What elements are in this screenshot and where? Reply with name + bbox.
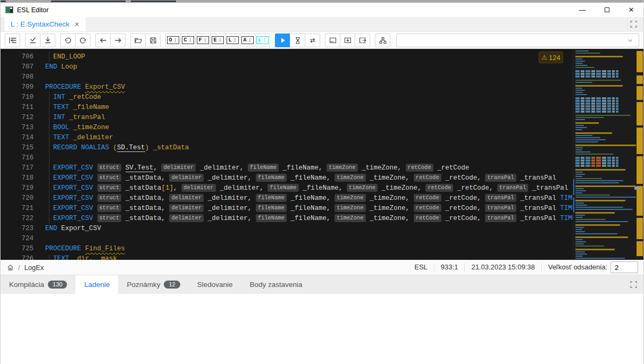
export-button[interactable] [355, 33, 370, 47]
code-token: _statData [153, 144, 189, 151]
param-hint-badge: transPal [485, 174, 516, 182]
status-language: ESL [408, 263, 434, 272]
code-line-715: 715RECORD NOALIAS (SD.Test) _statData [1, 143, 573, 153]
line-number: 709 [1, 82, 34, 92]
l-list-icon: L⋮ [227, 36, 238, 44]
code-token: EXPORT_CSV [53, 184, 93, 192]
bottom-tabbar: Kompilácia130LadeniePoznámky12Sledovanie… [1, 275, 643, 294]
bottom-tab-body-zastavenia[interactable]: Body zastavenia [241, 275, 311, 294]
line-number: 719 [1, 183, 34, 193]
indent-guide [49, 204, 49, 214]
import-button[interactable] [340, 33, 355, 47]
param-hint-badge: fileName [256, 214, 287, 222]
check-syntax-button[interactable] [25, 33, 40, 47]
warning-badge[interactable]: ⚠ 124 [539, 52, 563, 63]
code-token: _timeZone [73, 124, 110, 131]
line-number: 717 [1, 163, 34, 173]
minimap[interactable] [573, 49, 636, 260]
warning-mark [637, 128, 643, 154]
code-line-707: 707END Loop [1, 62, 573, 72]
scrollbar-handle[interactable] [634, 187, 639, 190]
line-number: 710 [1, 92, 34, 103]
code-token: _retCode, [457, 184, 494, 192]
expand-icon[interactable] [630, 281, 637, 288]
undo-button[interactable] [60, 33, 76, 47]
close-button[interactable]: ✕ [619, 3, 643, 17]
minimap-section [575, 122, 635, 130]
line-number: 712 [1, 113, 34, 123]
tab-label: Ladenie [84, 281, 110, 289]
line-number: 714 [1, 133, 34, 143]
bottom-tab-sledovanie[interactable]: Sledovanie [189, 275, 241, 294]
param-hint-badge: delimiter [169, 174, 204, 182]
code-token: , [173, 184, 178, 192]
home-icon[interactable] [7, 264, 14, 271]
param-hint-badge: transPal [497, 184, 528, 192]
e-list-button[interactable]: E⋮ [210, 33, 225, 47]
l-active-button[interactable]: L⋮ [255, 33, 270, 47]
f-list-icon: F⋮ [197, 36, 208, 44]
code-token: _delimiter [73, 134, 113, 141]
code-area[interactable]: 706END_LOOP707END Loop708709PROCEDURE Ex… [1, 49, 573, 260]
minimap-section [575, 85, 635, 95]
line-number: 716 [1, 153, 34, 163]
minimap-section [575, 97, 635, 113]
code-token: _fileName [73, 104, 110, 111]
code-token: _timeZone, [370, 174, 409, 182]
param-hint-badge: fileName [256, 194, 287, 202]
format-button[interactable] [5, 33, 20, 47]
tab-close-icon[interactable]: ✕ [74, 21, 80, 28]
code-token: _transPal [532, 184, 568, 192]
f-list-button[interactable]: F⋮ [195, 33, 211, 47]
panel-button[interactable] [325, 33, 340, 47]
bottom-tab-ladenie[interactable]: Ladenie [76, 275, 118, 294]
wait-button[interactable] [290, 33, 305, 47]
run-button[interactable] [275, 33, 290, 47]
bottom-tab-kompil-cia[interactable]: Kompilácia130 [1, 275, 76, 294]
c-list-button[interactable]: C⋮ [180, 33, 196, 47]
forward-button[interactable] [110, 33, 126, 47]
code-token: _statData, [126, 194, 165, 202]
scrollbar[interactable] [636, 49, 643, 260]
save-button[interactable] [145, 33, 161, 47]
minimap-change-mark [573, 198, 574, 213]
indent-guide [49, 183, 49, 193]
code-token: SD.Test [117, 144, 145, 152]
code-token: _retCode, [445, 205, 481, 212]
bottom-tab-pozn-mky[interactable]: Poznámky12 [118, 275, 188, 294]
a-list-button[interactable]: A⋮ [240, 33, 255, 47]
goto-bottom-button[interactable] [40, 33, 55, 47]
c-list-icon: C⋮ [182, 36, 194, 44]
code-token: _timeZone, [362, 164, 402, 172]
import-icon [344, 36, 352, 45]
code-token: _statData, [126, 215, 165, 222]
code-token: _transPal [520, 174, 556, 182]
expand-icon[interactable] [630, 21, 637, 28]
code-token: _transPal [520, 215, 556, 222]
tab-esyntaxcheck[interactable]: L : E.SyntaxCheck ✕ [5, 17, 86, 31]
tree-button[interactable] [375, 33, 390, 47]
param-hint-badge: fileName [267, 184, 298, 192]
minimize-button[interactable]: — [570, 3, 595, 17]
toolbar-dropdown[interactable] [396, 33, 639, 47]
open-file-button[interactable] [130, 33, 146, 47]
a-list-icon: A⋮ [241, 36, 253, 44]
param-hint-badge: transPal [485, 204, 516, 212]
breadcrumb-item[interactable]: LogEx [24, 264, 44, 272]
indent-guide [49, 193, 49, 204]
param-hint-badge: fileName [256, 204, 287, 212]
back-button[interactable] [95, 33, 111, 47]
l-list-button[interactable]: L⋮ [225, 33, 240, 47]
code-token: _dir, [73, 255, 94, 260]
redo-button[interactable] [75, 33, 90, 47]
minimap-section [575, 200, 635, 210]
code-token: TIME [560, 205, 573, 212]
o-list-button[interactable]: O⋮ [165, 33, 181, 47]
maximize-button[interactable] [595, 3, 619, 17]
tab-label: Sledovanie [197, 281, 233, 289]
app-logo-icon [5, 6, 13, 13]
param-hint-badge: timeZone [334, 204, 365, 212]
loop-button[interactable] [305, 33, 320, 47]
minimap-section [575, 70, 635, 78]
indent-size-input[interactable] [610, 261, 638, 273]
